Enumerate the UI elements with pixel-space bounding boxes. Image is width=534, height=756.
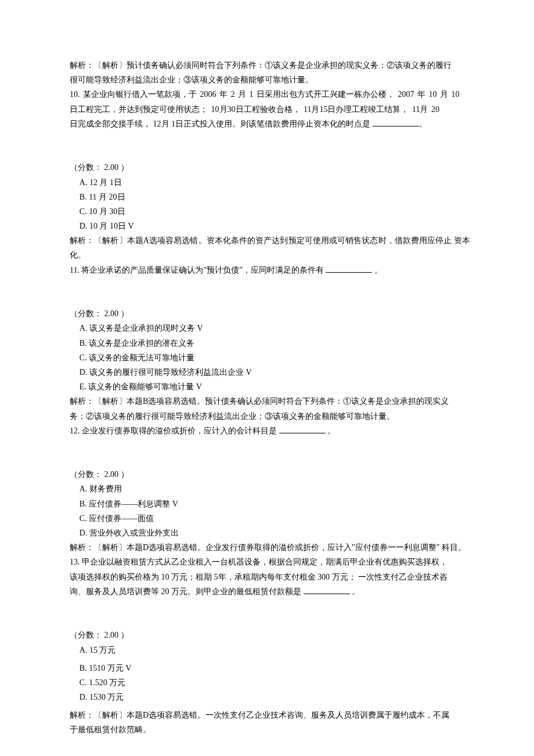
q10-stem-line3: 日完成全部交接手续， 12月 1日正式投入使用。则该笔借款费用停止资本化的时点是… (70, 117, 470, 131)
q11-option-b: B. 该义务是企业承担的潜在义务 (70, 336, 470, 350)
q10-option-a: A. 12 月 1日 (70, 175, 470, 190)
q10-option-b: B. 11 月 20日 (70, 190, 470, 204)
q12-score: （分数： 2.00 ） (70, 467, 470, 482)
q11-option-a: A. 该义务是企业承担的现时义务 V (70, 321, 470, 335)
q11-score: （分数： 2.00 ） (70, 306, 470, 321)
q10-option-d: D. 10 月 10日 V (70, 219, 470, 233)
q11-option-e: E. 该义务的金额能够可靠地计量 V (70, 379, 470, 394)
blank-underline (373, 118, 419, 126)
q9-analysis-line2: 很可能导致经济利益流出企业；③该项义务的金额能够可靠地计量。 (70, 73, 470, 87)
q10-score: （分数： 2.00 ） (70, 160, 470, 175)
q13-stem-line3: 询、服务及人员培训费等 20 万元。则甲企业的最低租赁付款额是 。 (70, 584, 470, 599)
q12-option-b: B. 应付债券——利息调整 V (70, 497, 470, 511)
blank-underline (326, 264, 372, 273)
q11-option-d: D. 该义务的履行很可能导致经济利益流出企业 V (70, 365, 470, 379)
q13-option-d: D. 1530 万元 (70, 690, 470, 704)
q13-option-b: B. 1510 万元 V (70, 661, 470, 675)
q13-score: （分数： 2.00 ） (70, 628, 470, 642)
blank-underline (304, 585, 350, 594)
blank-underline (279, 425, 326, 433)
q10-stem-line1: 10. 某企业向银行借入一笔款项，于 2006 年 2 月 1 日采用出包方式开… (70, 87, 470, 102)
q12-stem: 12. 企业发行债券取得的溢价或折价，应计入的会计科目是 。 (70, 424, 470, 438)
q12-option-c: C. 应付债券——面值 (70, 511, 470, 526)
q11-analysis-line2: 务；②该项义务的履行很可能导致经济利益流出企业；③该项义务的金额能够可靠地计量。 (70, 409, 470, 424)
q12-analysis: 解析：〔解析〕本题D选项容易选错。企业发行债券取得的溢价或折价，应计入"应付债券… (70, 540, 470, 555)
q11-option-c: C. 该义务的金额无法可靠地计量 (70, 350, 470, 365)
q13-option-c: C. 1.520 万元 (70, 675, 470, 690)
q12-option-a: A. 财务费用 (70, 482, 470, 496)
q12-option-d: D. 营业外收入或营业外支出 (70, 526, 470, 540)
q13-analysis-line2: 于最低租赁付款范畴。 (70, 722, 470, 737)
q10-stem-line2: 日工程完工，并达到预定可使用状态； 10月30日工程验收合格， 11月15日办理… (70, 102, 470, 117)
q13-stem-line2: 该项选择权的购买价格为 10 万元；租期 5年，承租期内每年支付租金 300 万… (70, 570, 470, 584)
q13-analysis-line1: 解析：〔解析〕本题D选项容易选错。一次性支付乙企业技术咨询、服务及人员培训费属于… (70, 708, 470, 722)
q10-option-c: C. 10 月 30日 (70, 204, 470, 219)
q9-analysis-line1: 解析：〔解析〕预计债务确认必须同时符合下列条件：①该义务是企业承担的现实义务；②… (70, 58, 470, 73)
q11-stem: 11. 将企业承诺的产品质量保证确认为"预计负债"，应同时满足的条件有 。 (70, 263, 470, 277)
q10-analysis: 解析：〔解析〕本题A选项容易选错。资本化条件的资产达到预定可使用或可销售状态时，… (70, 233, 470, 262)
q11-analysis-line1: 解析：〔解析〕本题B选项容易选错。预计债务确认必须同时符合下列条件：①该义务是企… (70, 394, 470, 408)
q13-option-a: A. 15 万元 (70, 643, 470, 657)
q13-stem-line1: 13. 甲企业以融资租赁方式从乙企业租入一台机器设备，根据合同规定，期满后甲企业… (70, 555, 470, 569)
